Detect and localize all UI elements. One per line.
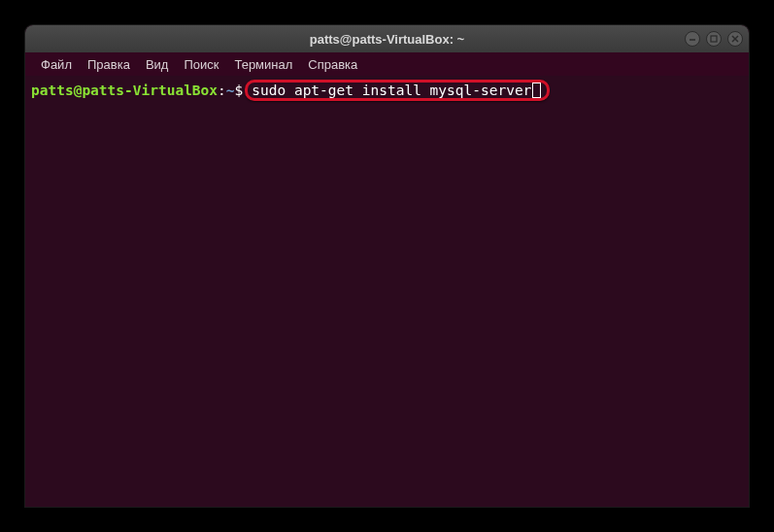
command-text: sudo apt-get install mysql-server xyxy=(252,82,531,99)
menubar: Файл Правка Вид Поиск Терминал Справка xyxy=(25,52,749,76)
prompt-symbol: $ xyxy=(235,82,244,99)
maximize-button[interactable] xyxy=(706,31,722,47)
terminal-body[interactable]: patts@patts-VirtualBox:~$ sudo apt-get i… xyxy=(25,76,749,507)
svg-rect-1 xyxy=(711,36,717,42)
menu-search[interactable]: Поиск xyxy=(176,55,226,74)
prompt-path: ~ xyxy=(226,82,235,99)
command-highlight: sudo apt-get install mysql-server xyxy=(245,80,550,101)
minimize-icon xyxy=(689,35,696,43)
titlebar: patts@patts-VirtualBox: ~ xyxy=(25,25,749,52)
menu-help[interactable]: Справка xyxy=(300,55,365,74)
window-title: patts@patts-VirtualBox: ~ xyxy=(310,32,464,47)
prompt-colon: : xyxy=(218,82,226,99)
menu-file[interactable]: Файл xyxy=(33,55,80,74)
menu-view[interactable]: Вид xyxy=(138,55,177,74)
prompt-line: patts@patts-VirtualBox:~$ sudo apt-get i… xyxy=(31,80,743,101)
menu-edit[interactable]: Правка xyxy=(80,55,138,74)
close-button[interactable] xyxy=(727,31,743,47)
minimize-button[interactable] xyxy=(685,31,700,47)
close-icon xyxy=(731,35,739,43)
maximize-icon xyxy=(710,35,718,43)
prompt-user-host: patts@patts-VirtualBox xyxy=(31,82,218,99)
window-controls xyxy=(685,31,743,47)
terminal-window: patts@patts-VirtualBox: ~ Файл Правка Ви… xyxy=(25,25,749,507)
cursor-icon xyxy=(532,83,541,98)
menu-terminal[interactable]: Терминал xyxy=(226,55,300,74)
